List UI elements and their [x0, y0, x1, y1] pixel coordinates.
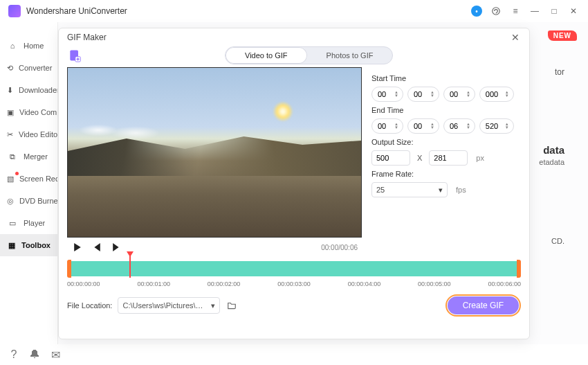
modal-title: GIF Maker [67, 33, 508, 42]
size-separator: X [417, 154, 422, 162]
maximize-button[interactable]: □ [548, 5, 560, 17]
tick-label: 00:00:02:00 [208, 281, 241, 287]
titlebar: Wondershare UniConverter • ≡ — □ ✕ [0, 0, 588, 22]
start-time-label: Start Time [371, 74, 521, 82]
account-icon[interactable]: • [470, 5, 483, 17]
sidebar: ⌂Home ⟲Converter ⬇Downloader ▣Video Comp… [0, 22, 58, 344]
tick-label: 00:00:03:00 [277, 281, 311, 287]
bg-text: etadata [539, 158, 564, 166]
sidebar-item-editor[interactable]: ✂Video Editor [0, 123, 57, 145]
app-title: Wondershare UniConverter [26, 6, 127, 16]
end-minutes-input[interactable]: ▲▼ [407, 118, 439, 134]
help-icon[interactable]: ? [8, 349, 19, 360]
player-icon: ▭ [7, 217, 18, 229]
end-ms-input[interactable]: ▲▼ [479, 118, 514, 134]
spinner-icon[interactable]: ▲▼ [393, 90, 400, 98]
sidebar-item-label: Home [24, 42, 44, 50]
sidebar-item-player[interactable]: ▭Player [0, 212, 57, 234]
svg-point-0 [493, 8, 500, 15]
sidebar-item-label: Toolbox [21, 241, 50, 249]
bg-text: CD. [551, 237, 564, 245]
create-gif-button[interactable]: Create GIF [448, 296, 519, 314]
bg-text: tor [555, 67, 564, 77]
sidebar-item-converter[interactable]: ⟲Converter [0, 57, 57, 79]
sidebar-item-home[interactable]: ⌂Home [0, 35, 57, 57]
tick-label: 00:00:05:00 [418, 281, 451, 287]
home-icon: ⌂ [7, 40, 18, 51]
add-file-button[interactable] [67, 48, 82, 63]
sidebar-item-label: Video Editor [19, 130, 58, 139]
bell-icon[interactable]: 🔔︎ [29, 349, 40, 360]
sidebar-item-downloader[interactable]: ⬇Downloader [0, 79, 57, 101]
merge-icon: ⧉ [7, 151, 18, 162]
prev-frame-button[interactable] [91, 241, 103, 253]
feedback-icon[interactable]: ✉ [50, 349, 61, 360]
next-frame-button[interactable] [110, 241, 122, 253]
spinner-icon[interactable]: ▲▼ [393, 122, 400, 130]
download-icon: ⬇ [7, 84, 13, 96]
bottom-bar: ? 🔔︎ ✉ [0, 344, 588, 365]
sidebar-item-compressor[interactable]: ▣Video Compressor [0, 101, 57, 123]
output-width-input[interactable] [371, 150, 410, 166]
timeline-start-handle[interactable] [67, 260, 71, 278]
time-display: 00:00/00:06 [321, 244, 358, 251]
sidebar-item-toolbox[interactable]: ▦Toolbox [0, 234, 57, 256]
sidebar-item-label: Screen Recorder [19, 175, 58, 183]
support-icon[interactable] [490, 5, 502, 17]
frame-rate-label: Frame Rate: [371, 170, 521, 178]
timeline-playhead[interactable] [129, 254, 131, 278]
spinner-icon[interactable]: ▲▼ [465, 90, 472, 98]
disc-icon: ◎ [7, 195, 14, 206]
file-location-select[interactable]: C:\Users\ws\Pictures\Wonders▾ [118, 297, 220, 314]
tab-video-to-gif[interactable]: Video to GIF [226, 47, 307, 64]
sidebar-item-label: Converter [19, 64, 52, 72]
playback-controls: 00:00/00:06 [67, 238, 362, 257]
sidebar-item-dvd[interactable]: ◎DVD Burner [0, 190, 57, 212]
end-hours-input[interactable]: ▲▼ [371, 118, 403, 134]
close-button[interactable]: ✕ [567, 5, 580, 17]
frame-rate-select[interactable]: 25▾ [371, 182, 448, 197]
spinner-icon[interactable]: ▲▼ [504, 122, 511, 130]
output-size-label: Output Size: [371, 138, 521, 146]
sidebar-item-merger[interactable]: ⧉Merger [0, 145, 57, 168]
sidebar-item-label: Video Compressor [19, 108, 58, 116]
minimize-button[interactable]: — [529, 5, 541, 17]
spinner-icon[interactable]: ▲▼ [429, 122, 436, 130]
spinner-icon[interactable]: ▲▼ [504, 90, 511, 98]
timeline[interactable] [67, 261, 521, 276]
tick-label: 00:00:04:00 [348, 281, 381, 287]
create-gif-wrapper: Create GIF [445, 294, 521, 317]
tick-label: 00:00:00:00 [67, 281, 100, 287]
convert-icon: ⟲ [7, 62, 13, 73]
open-folder-button[interactable] [226, 299, 238, 312]
bg-text: data [543, 144, 564, 156]
tick-label: 00:00:01:00 [137, 281, 170, 287]
end-seconds-input[interactable]: ▲▼ [443, 118, 475, 134]
chevron-down-icon: ▾ [211, 301, 215, 310]
file-location-label: File Location: [67, 301, 112, 310]
fps-unit: fps [456, 186, 466, 194]
start-hours-input[interactable]: ▲▼ [371, 87, 403, 102]
spinner-icon[interactable]: ▲▼ [465, 122, 472, 130]
scissors-icon: ✂ [7, 129, 13, 140]
timeline-ticks: 00:00:00:00 00:00:01:00 00:00:02:00 00:0… [67, 276, 521, 287]
start-seconds-input[interactable]: ▲▼ [443, 87, 475, 102]
app-logo [8, 5, 21, 17]
tab-photos-to-gif[interactable]: Photos to GIF [307, 47, 393, 64]
toolbox-icon: ▦ [7, 240, 16, 251]
record-icon: ▧ [7, 173, 14, 184]
mode-tabs: Video to GIF Photos to GIF [225, 46, 393, 64]
spinner-icon[interactable]: ▲▼ [429, 90, 436, 98]
play-button[interactable] [71, 241, 84, 253]
video-preview[interactable] [67, 67, 362, 238]
sidebar-item-label: Downloader [19, 86, 58, 94]
start-minutes-input[interactable]: ▲▼ [407, 87, 439, 102]
sidebar-item-label: Player [24, 219, 45, 227]
menu-icon[interactable]: ≡ [509, 5, 522, 17]
sidebar-item-recorder[interactable]: ▧Screen Recorder [0, 168, 57, 190]
sidebar-item-label: DVD Burner [19, 197, 58, 205]
output-height-input[interactable] [429, 150, 468, 166]
chevron-down-icon: ▾ [439, 186, 443, 195]
start-ms-input[interactable]: ▲▼ [479, 87, 514, 102]
timeline-end-handle[interactable] [517, 260, 521, 278]
